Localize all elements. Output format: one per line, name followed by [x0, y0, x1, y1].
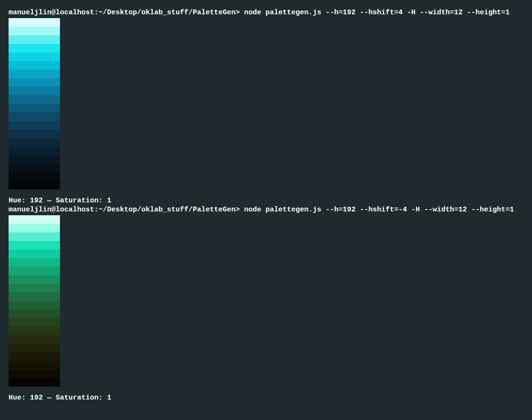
prompt-line: manueljlin@localhost:~/Desktop/oklab_stu… [9, 206, 523, 214]
color-swatch [9, 241, 60, 250]
command-text[interactable]: node palettegen.js --h=192 --hshift=-4 -… [244, 206, 514, 214]
color-swatch [9, 138, 60, 147]
palette-output [9, 215, 60, 387]
color-swatch [9, 18, 60, 27]
color-swatch [9, 121, 60, 130]
color-swatch [9, 258, 60, 267]
color-swatch [9, 87, 60, 95]
color-swatch [9, 164, 60, 172]
color-swatch [9, 318, 60, 327]
color-swatch [9, 361, 60, 370]
color-swatch [9, 147, 60, 155]
color-swatch [9, 352, 60, 361]
command-text[interactable]: node palettegen.js --h=192 --hshift=4 -H… [244, 9, 510, 17]
color-swatch [9, 172, 60, 181]
color-swatch [9, 301, 60, 310]
color-swatch [9, 155, 60, 164]
color-swatch [9, 232, 60, 241]
color-swatch [9, 275, 60, 284]
color-swatch [9, 44, 60, 52]
color-swatch [9, 292, 60, 301]
color-swatch [9, 335, 60, 344]
color-swatch [9, 181, 60, 190]
color-swatch [9, 104, 60, 112]
color-swatch [9, 250, 60, 258]
color-swatch [9, 95, 60, 104]
color-swatch [9, 61, 60, 70]
color-swatch [9, 70, 60, 78]
color-swatch [9, 327, 60, 335]
color-swatch [9, 378, 60, 387]
color-swatch [9, 130, 60, 138]
color-swatch [9, 78, 60, 87]
color-swatch [9, 35, 60, 44]
color-swatch [9, 310, 60, 318]
color-swatch [9, 224, 60, 232]
palette-info: Hue: 192 — Saturation: 1 [9, 197, 523, 205]
color-swatch [9, 284, 60, 292]
color-swatch [9, 370, 60, 378]
color-swatch [9, 27, 60, 35]
color-swatch [9, 112, 60, 121]
terminal-block: manueljlin@localhost:~/Desktop/oklab_stu… [9, 9, 523, 205]
color-swatch [9, 344, 60, 352]
color-swatch [9, 267, 60, 275]
palette-output [9, 18, 60, 190]
prompt-line: manueljlin@localhost:~/Desktop/oklab_stu… [9, 9, 523, 17]
terminal-block: manueljlin@localhost:~/Desktop/oklab_stu… [9, 206, 523, 402]
shell-prompt: manueljlin@localhost:~/Desktop/oklab_stu… [9, 9, 240, 17]
color-swatch [9, 52, 60, 61]
shell-prompt: manueljlin@localhost:~/Desktop/oklab_stu… [9, 206, 240, 214]
color-swatch [9, 215, 60, 224]
palette-info: Hue: 192 — Saturation: 1 [9, 394, 523, 402]
